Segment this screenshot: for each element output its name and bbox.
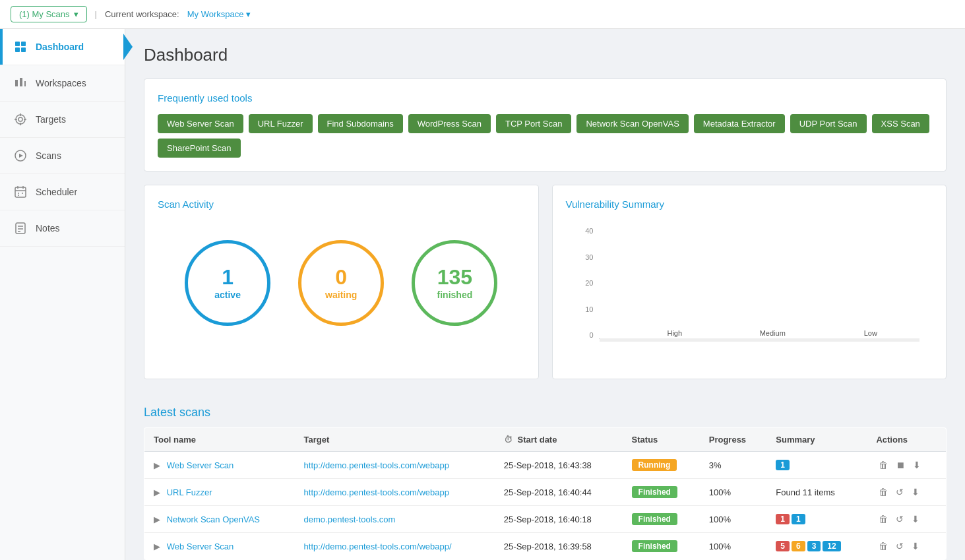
main-content: Dashboard Frequently used tools Web Serv… xyxy=(125,29,965,560)
row1-delete-btn[interactable]: 🗑 xyxy=(876,458,890,472)
tool-metadata-extractor[interactable]: Metadata Extractor xyxy=(694,114,785,133)
row3-status-badge: Finished xyxy=(632,513,677,525)
clock-icon: ⏱ xyxy=(504,435,513,445)
sidebar-workspaces-label: Workspaces xyxy=(36,78,86,88)
row2-delete-btn[interactable]: 🗑 xyxy=(876,485,890,499)
row4-rerun-btn[interactable]: ↺ xyxy=(893,540,906,553)
tool-web-server-scan[interactable]: Web Server Scan xyxy=(158,114,243,133)
row3-delete-btn[interactable]: 🗑 xyxy=(876,513,890,526)
sidebar-active-arrow xyxy=(123,34,133,60)
row1-tool: ▶ Web Server Scan xyxy=(144,452,295,479)
row2-download-btn[interactable]: ⬇ xyxy=(909,485,922,499)
waiting-count: 0 xyxy=(335,266,347,289)
row3-target: demo.pentest-tools.com xyxy=(295,506,495,533)
row4-target: http://demo.pentest-tools.com/webapp/ xyxy=(295,533,495,560)
layout: Dashboard Workspaces xyxy=(0,29,965,560)
latest-scans-table: Tool name Target ⏱ Start date Status xyxy=(144,427,947,560)
tool-udp-port-scan[interactable]: UDP Port Scan xyxy=(790,114,867,133)
scans-icon xyxy=(13,148,28,163)
row1-tool-link[interactable]: Web Server Scan xyxy=(167,460,234,470)
row3-download-btn[interactable]: ⬇ xyxy=(909,513,922,526)
table-header-row: Tool name Target ⏱ Start date Status xyxy=(144,428,947,452)
tool-find-subdomains[interactable]: Find Subdomains xyxy=(318,114,403,133)
finished-label: finished xyxy=(437,290,473,300)
row1-progress: 3% xyxy=(700,452,767,479)
row4-status-badge: Finished xyxy=(632,540,677,552)
row4-delete-btn[interactable]: 🗑 xyxy=(876,540,890,553)
row3-date: 25-Sep-2018, 16:40:18 xyxy=(495,506,623,533)
workspace-link[interactable]: My Workspace ▾ xyxy=(187,9,251,19)
chart-area: 40 30 20 10 0 xyxy=(573,227,920,359)
frequently-used-tools-card: Frequently used tools Web Server Scan UR… xyxy=(144,78,947,171)
activity-vulnerability-row: Scan Activity 1 active 0 waiting 135 fin… xyxy=(144,185,947,392)
sidebar-item-notes[interactable]: Notes xyxy=(0,210,125,247)
vulnerability-chart: 40 30 20 10 0 xyxy=(566,220,933,365)
row2-target-link[interactable]: http://demo.pentest-tools.com/webapp xyxy=(304,487,449,497)
bar-label-low: Low xyxy=(822,329,920,337)
workspaces-icon xyxy=(13,76,28,90)
row3-summary-badges: 1 1 xyxy=(776,514,857,524)
sidebar-item-workspaces[interactable]: Workspaces xyxy=(0,65,125,102)
row4-summary: 5 6 3 12 xyxy=(766,533,867,560)
sidebar-item-dashboard[interactable]: Dashboard xyxy=(0,29,125,65)
dashboard-icon xyxy=(13,40,28,54)
row1-status: Running xyxy=(623,452,700,479)
row1-target-link[interactable]: http://demo.pentest-tools.com/webapp xyxy=(304,460,449,470)
tool-xss-scan[interactable]: XSS Scan xyxy=(872,114,929,133)
active-label: active xyxy=(214,290,241,300)
svg-rect-3 xyxy=(21,47,26,52)
row3-status: Finished xyxy=(623,506,700,533)
row4-tool-link[interactable]: Web Server Scan xyxy=(167,542,234,551)
my-scans-label: (1) My Scans xyxy=(19,9,70,19)
svg-marker-11 xyxy=(19,154,23,158)
waiting-label: waiting xyxy=(325,290,357,300)
svg-rect-2 xyxy=(15,47,20,52)
y-label-30: 30 xyxy=(585,253,593,261)
row4-badge-6: 6 xyxy=(792,541,805,551)
row3-progress: 100% xyxy=(700,506,767,533)
latest-scans-title: Latest scans xyxy=(144,406,947,420)
my-scans-arrow: ▾ xyxy=(74,9,78,19)
row4-progress: 100% xyxy=(700,533,767,560)
row4-date: 25-Sep-2018, 16:39:58 xyxy=(495,533,623,560)
my-scans-button[interactable]: (1) My Scans ▾ xyxy=(11,6,87,22)
svg-point-8 xyxy=(16,115,25,124)
table-head: Tool name Target ⏱ Start date Status xyxy=(144,428,947,452)
gridline-10 xyxy=(600,340,920,341)
waiting-circle: 0 waiting xyxy=(298,240,384,326)
row3-rerun-btn[interactable]: ↺ xyxy=(893,513,906,526)
y-label-0: 0 xyxy=(589,331,593,339)
workspace-arrow-icon: ▾ xyxy=(246,9,251,19)
row2-target: http://demo.pentest-tools.com/webapp xyxy=(295,479,495,506)
scheduler-icon xyxy=(13,185,28,199)
row2-rerun-btn[interactable]: ↺ xyxy=(893,485,906,499)
row2-date: 25-Sep-2018, 16:40:44 xyxy=(495,479,623,506)
row4-target-link[interactable]: http://demo.pentest-tools.com/webapp/ xyxy=(304,542,452,551)
row3-tool-link[interactable]: Network Scan OpenVAS xyxy=(167,514,260,524)
bar-labels-row: High Medium Low xyxy=(626,329,920,337)
sidebar-item-scheduler[interactable]: Scheduler xyxy=(0,174,125,210)
row1-stop-btn[interactable]: ⏹ xyxy=(893,458,908,472)
tool-tcp-port-scan[interactable]: TCP Port Scan xyxy=(496,114,571,133)
sidebar: Dashboard Workspaces xyxy=(0,29,125,560)
col-status: Status xyxy=(623,428,700,452)
row4-download-btn[interactable]: ⬇ xyxy=(909,540,922,553)
sidebar-item-scans[interactable]: Scans xyxy=(0,138,125,174)
table-row: ▶ URL Fuzzer http://demo.pentest-tools.c… xyxy=(144,479,947,506)
tool-url-fuzzer[interactable]: URL Fuzzer xyxy=(249,114,313,133)
row2-actions: 🗑 ↺ ⬇ xyxy=(867,479,946,506)
active-circle: 1 active xyxy=(185,240,270,326)
row2-tool-link[interactable]: URL Fuzzer xyxy=(167,487,212,497)
sidebar-item-targets[interactable]: Targets xyxy=(0,102,125,138)
row2-tool: ▶ URL Fuzzer xyxy=(144,479,295,506)
row1-download-btn[interactable]: ⬇ xyxy=(910,458,923,472)
topbar-separator: | xyxy=(95,9,97,19)
sidebar-notes-label: Notes xyxy=(36,223,60,233)
gridline-30 xyxy=(600,339,920,340)
tools-grid: Web Server Scan URL Fuzzer Find Subdomai… xyxy=(158,114,933,158)
sidebar-scheduler-label: Scheduler xyxy=(36,187,77,197)
tool-wordpress-scan[interactable]: WordPress Scan xyxy=(408,114,491,133)
row3-target-link[interactable]: demo.pentest-tools.com xyxy=(304,514,396,524)
tool-network-scan-openvas[interactable]: Network Scan OpenVAS xyxy=(576,114,688,133)
tool-sharepoint-scan[interactable]: SharePoint Scan xyxy=(158,139,241,158)
